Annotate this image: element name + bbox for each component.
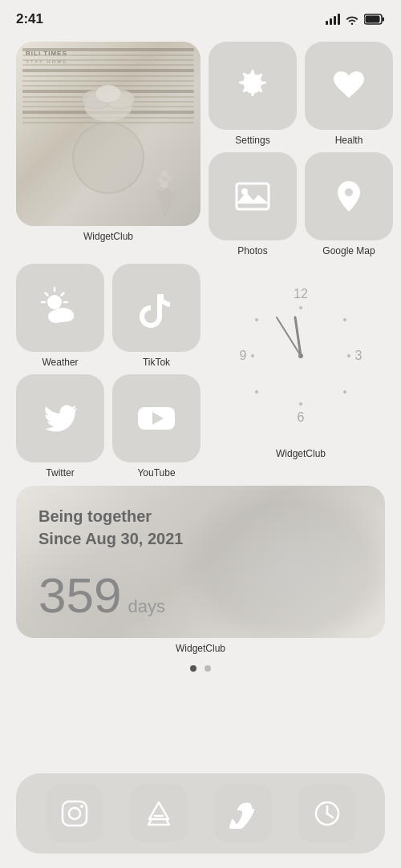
photo-icon xyxy=(231,175,274,218)
flower-decoration xyxy=(140,162,188,218)
svg-point-34 xyxy=(251,354,254,357)
gear-icon xyxy=(231,64,274,107)
widgetclub-large-label: WidgetClub xyxy=(83,231,133,242)
svg-text:12: 12 xyxy=(294,287,308,301)
tiktok-item: TikTok xyxy=(112,264,200,368)
clock-widget-label: WidgetClub xyxy=(276,448,326,459)
twitter-youtube-row: Twitter YouTube xyxy=(16,374,200,478)
anniversary-widget[interactable]: Being together Since Aug 30, 2021 359 da… xyxy=(16,486,385,638)
svg-point-40 xyxy=(69,808,80,819)
photos-label: Photos xyxy=(237,245,267,256)
anniversary-bg-blob xyxy=(176,486,385,638)
weather-tiktok-row: Weather TikTok xyxy=(16,264,200,368)
twitter-icon[interactable] xyxy=(16,374,104,462)
svg-rect-11 xyxy=(237,184,269,209)
app-row-1: RiLi TIMES STAY HOME WidgetClub Settings xyxy=(16,42,385,257)
tiktok-icon[interactable] xyxy=(112,264,200,352)
svg-text:3: 3 xyxy=(355,349,363,362)
wifi-icon xyxy=(345,14,359,25)
svg-rect-2 xyxy=(366,16,380,23)
photos-googlemap-row: Photos Google Map xyxy=(209,152,393,256)
weather-label: Weather xyxy=(42,357,78,368)
googlemap-icon[interactable] xyxy=(305,152,393,240)
bird-icon xyxy=(37,395,83,442)
youtube-icon[interactable] xyxy=(112,374,200,462)
music-note-icon xyxy=(133,285,180,331)
health-icon[interactable] xyxy=(305,42,393,130)
page-dots xyxy=(16,665,385,672)
weather-item: Weather xyxy=(16,264,104,368)
anniversary-title-line2: Since Aug 30, 2021 xyxy=(38,527,183,550)
anniversary-days-wrapper: 359 days xyxy=(38,571,165,620)
status-time: 2:41 xyxy=(16,11,43,27)
status-bar: 2:41 xyxy=(0,0,401,35)
svg-point-8 xyxy=(156,176,163,183)
widgetclub-large-item: RiLi TIMES STAY HOME WidgetClub xyxy=(16,42,200,242)
svg-point-28 xyxy=(299,306,302,309)
app-row-2: Weather TikTok xyxy=(16,264,385,479)
svg-rect-39 xyxy=(63,801,87,826)
clock-face-svg: 12 3 6 9 xyxy=(221,276,381,436)
twitter-label: Twitter xyxy=(46,467,74,478)
settings-label: Settings xyxy=(235,135,269,146)
svg-line-17 xyxy=(46,293,48,295)
svg-point-31 xyxy=(343,390,346,394)
vimeo-icon xyxy=(228,798,258,829)
heart-icon xyxy=(327,64,371,107)
dock-appstore[interactable] xyxy=(130,785,188,842)
svg-point-10 xyxy=(161,171,168,177)
anniversary-days-number: 359 xyxy=(38,571,121,620)
svg-point-33 xyxy=(255,390,258,394)
page-dot-1 xyxy=(205,665,211,672)
clock-widget-item: 12 3 6 9 xyxy=(209,264,393,459)
svg-point-29 xyxy=(343,318,346,321)
dock-vimeo[interactable] xyxy=(214,785,272,842)
health-label: Health xyxy=(335,135,363,146)
svg-point-30 xyxy=(347,354,350,357)
googlemap-label: Google Map xyxy=(322,245,375,256)
anniversary-widget-wrapper: Being together Since Aug 30, 2021 359 da… xyxy=(16,486,385,654)
instagram-icon xyxy=(59,798,90,829)
settings-icon[interactable] xyxy=(209,42,297,130)
svg-point-6 xyxy=(95,85,121,103)
left-icons: Weather TikTok xyxy=(16,264,200,479)
newspaper-subtitle: STAY HOME xyxy=(26,59,67,64)
settings-item: Settings xyxy=(209,42,297,146)
svg-point-13 xyxy=(47,295,62,309)
svg-rect-1 xyxy=(383,18,385,22)
googlemap-item: Google Map xyxy=(305,152,393,256)
weather-icon[interactable] xyxy=(16,264,104,352)
svg-text:9: 9 xyxy=(240,349,247,362)
svg-point-35 xyxy=(255,318,258,321)
widgetclub-large-icon[interactable]: RiLi TIMES STAY HOME xyxy=(16,42,200,226)
youtube-item: YouTube xyxy=(112,374,200,478)
tiktok-label: TikTok xyxy=(143,357,170,368)
play-circle-icon xyxy=(133,395,180,442)
anniversary-title-line1: Being together xyxy=(38,505,183,527)
clock-widget-icon[interactable]: 12 3 6 9 xyxy=(209,264,393,448)
map-pin-icon xyxy=(327,175,371,218)
health-item: Health xyxy=(305,42,393,146)
status-icons xyxy=(326,14,385,25)
newspaper-headline: RiLi TIMES xyxy=(26,50,67,57)
twitter-item: Twitter xyxy=(16,374,104,478)
app-store-icon xyxy=(144,798,174,829)
svg-point-41 xyxy=(80,805,83,808)
photos-icon[interactable] xyxy=(209,152,297,240)
svg-line-16 xyxy=(62,293,64,295)
dock-instagram[interactable] xyxy=(46,785,103,842)
settings-health-row: Settings Health xyxy=(209,42,393,146)
anniversary-days-label: days xyxy=(128,596,164,617)
widgetclub-image: RiLi TIMES STAY HOME xyxy=(16,42,200,226)
svg-point-21 xyxy=(61,312,74,321)
anniversary-text: Being together Since Aug 30, 2021 xyxy=(38,505,183,550)
dock-clock[interactable] xyxy=(298,785,356,842)
macarons-decoration xyxy=(60,66,156,146)
home-screen: RiLi TIMES STAY HOME WidgetClub Settings xyxy=(0,35,401,672)
svg-point-38 xyxy=(298,353,303,358)
signal-icon xyxy=(326,14,340,25)
sun-cloud-icon xyxy=(37,285,83,331)
svg-point-46 xyxy=(326,813,328,815)
anniversary-widget-label: WidgetClub xyxy=(16,643,385,654)
youtube-label: YouTube xyxy=(137,467,175,478)
